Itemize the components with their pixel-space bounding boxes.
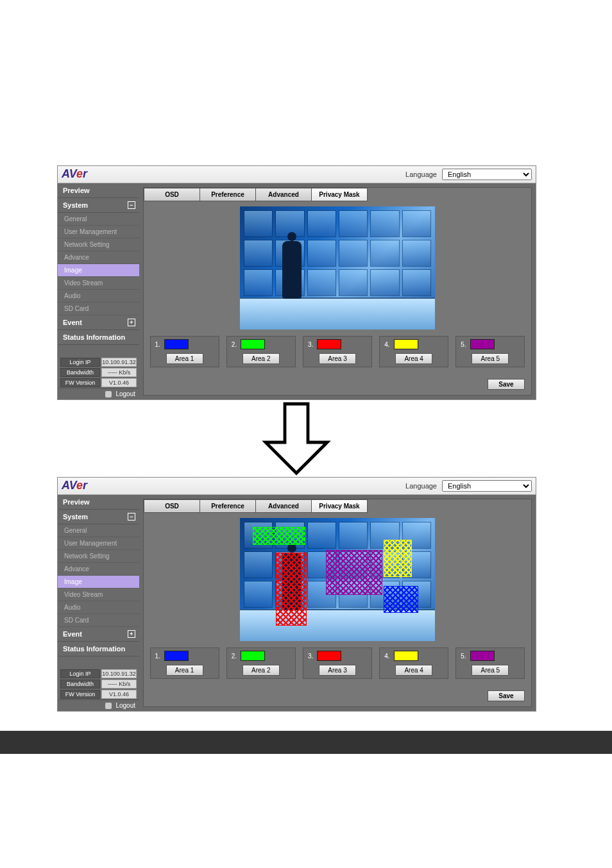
tab-privacy-mask[interactable]: Privacy Mask xyxy=(311,499,368,513)
plus-icon[interactable]: + xyxy=(128,319,135,326)
sidebar-system[interactable]: System − xyxy=(58,510,139,524)
area-cell-3: 3. Area 3 xyxy=(303,647,372,679)
svg-marker-0 xyxy=(266,404,327,473)
tab-advanced[interactable]: Advanced xyxy=(255,188,311,201)
tab-preference[interactable]: Preference xyxy=(200,499,255,513)
privacy-mask-3[interactable] xyxy=(326,550,382,595)
area-cell-1: 1. Area 1 xyxy=(150,647,219,679)
sidebar-item-user-management[interactable]: User Management xyxy=(58,226,139,238)
area-3-button[interactable]: Area 3 xyxy=(319,353,356,364)
sidebar-item-video-stream[interactable]: Video Stream xyxy=(58,588,139,601)
language-label: Language xyxy=(405,171,437,178)
area-5-button[interactable]: Area 5 xyxy=(472,665,509,676)
minus-icon[interactable]: − xyxy=(128,513,135,521)
sidebar-preview[interactable]: Preview xyxy=(58,183,139,198)
sidebar-event[interactable]: Event + xyxy=(58,627,139,642)
sidebar-item-image[interactable]: Image xyxy=(58,264,139,277)
area-3-button[interactable]: Area 3 xyxy=(319,665,356,676)
status-bandwidth: Bandwidth ----- Kb/s xyxy=(60,680,137,689)
logout-link[interactable]: Logout xyxy=(58,699,139,711)
tabs: OSD Preference Advanced Privacy Mask xyxy=(144,499,531,513)
tab-advanced[interactable]: Advanced xyxy=(255,499,311,513)
sidebar-item-network-setting[interactable]: Network Setting xyxy=(58,550,139,563)
app-window-before: AVer Language English Preview System − G… xyxy=(57,165,536,400)
privacy-mask-4[interactable] xyxy=(384,540,412,577)
privacy-mask-2[interactable] xyxy=(276,553,307,626)
save-button[interactable]: Save xyxy=(488,379,525,390)
swatch-2 xyxy=(241,651,265,661)
save-button[interactable]: Save xyxy=(488,690,525,701)
status-login-ip: Login IP 10.100.91.32 xyxy=(60,358,137,367)
sidebar-item-advance[interactable]: Advance xyxy=(58,251,139,264)
tab-osd[interactable]: OSD xyxy=(144,499,200,513)
area-5-button[interactable]: Area 5 xyxy=(472,353,509,364)
area-row: 1. Area 1 2. Area 2 3. Area 3 4. xyxy=(144,645,531,681)
language-select[interactable]: English xyxy=(442,480,532,492)
area-cell-4: 4. Area 4 xyxy=(379,336,448,367)
main-area: OSD Preference Advanced Privacy Mask xyxy=(139,495,536,711)
area-cell-3: 3. Area 3 xyxy=(303,336,372,367)
area-1-button[interactable]: Area 1 xyxy=(166,665,203,676)
desk xyxy=(240,609,435,641)
topbar: Language English xyxy=(58,478,536,495)
status-fw-version: FW Version V1.0.46 xyxy=(60,690,137,699)
language-label: Language xyxy=(405,482,437,490)
app-window-after: AVer Language English Preview System − G… xyxy=(57,477,536,712)
swatch-3 xyxy=(317,651,341,661)
sidebar-item-video-stream[interactable]: Video Stream xyxy=(58,277,139,290)
sidebar-preview[interactable]: Preview xyxy=(58,495,139,510)
video-preview[interactable] xyxy=(240,518,435,641)
sidebar-item-sd-card[interactable]: SD Card xyxy=(58,614,139,627)
swatch-1 xyxy=(164,651,189,661)
sidebar-item-general[interactable]: General xyxy=(58,213,139,226)
area-cell-4: 4. Area 4 xyxy=(379,647,448,679)
tab-privacy-mask[interactable]: Privacy Mask xyxy=(311,188,368,201)
tab-osd[interactable]: OSD xyxy=(144,188,200,201)
area-cell-1: 1. Area 1 xyxy=(150,336,219,367)
area-1-button[interactable]: Area 1 xyxy=(166,353,203,364)
swatch-4 xyxy=(394,651,418,661)
area-cell-5: 5. Area 5 xyxy=(455,336,525,367)
logo: AVer xyxy=(62,167,87,181)
logout-link[interactable]: Logout xyxy=(58,388,139,399)
topbar: Language English xyxy=(58,166,536,183)
sidebar-item-image[interactable]: Image xyxy=(58,576,139,588)
sidebar-item-network-setting[interactable]: Network Setting xyxy=(58,238,139,251)
desk xyxy=(240,297,435,330)
tabs: OSD Preference Advanced Privacy Mask xyxy=(144,188,531,201)
sidebar-item-audio[interactable]: Audio xyxy=(58,601,139,614)
sidebar-event[interactable]: Event + xyxy=(58,315,139,330)
sidebar-item-general[interactable]: General xyxy=(58,524,139,537)
swatch-2 xyxy=(241,339,265,349)
area-2-button[interactable]: Area 2 xyxy=(242,665,280,676)
sidebar-item-audio[interactable]: Audio xyxy=(58,290,139,303)
area-4-button[interactable]: Area 4 xyxy=(395,353,432,364)
video-preview[interactable] xyxy=(240,206,435,330)
main-area: OSD Preference Advanced Privacy Mask xyxy=(139,183,536,399)
swatch-1 xyxy=(164,339,189,349)
area-row: 1. Area 1 2. Area 2 3. Area 3 4. xyxy=(144,333,531,370)
area-2-button[interactable]: Area 2 xyxy=(242,353,280,364)
privacy-mask-5[interactable] xyxy=(384,586,418,613)
sidebar-item-sd-card[interactable]: SD Card xyxy=(58,303,139,315)
sidebar-system[interactable]: System − xyxy=(58,198,139,213)
status-fw-version: FW Version V1.0.46 xyxy=(60,378,137,387)
swatch-4 xyxy=(394,339,418,349)
down-arrow-icon xyxy=(57,400,535,477)
swatch-3 xyxy=(317,339,341,349)
person-silhouette xyxy=(282,241,302,299)
plus-icon[interactable]: + xyxy=(128,630,135,638)
sidebar: Preview System − General User Management… xyxy=(58,495,139,711)
language-select[interactable]: English xyxy=(442,169,532,180)
sidebar-item-user-management[interactable]: User Management xyxy=(58,537,139,550)
area-4-button[interactable]: Area 4 xyxy=(395,665,432,676)
sidebar-status-info[interactable]: Status Information xyxy=(58,642,139,656)
sidebar-status-info[interactable]: Status Information xyxy=(58,330,139,345)
privacy-mask-1[interactable] xyxy=(253,527,305,545)
minus-icon[interactable]: − xyxy=(128,201,135,209)
logo: AVer xyxy=(62,479,87,492)
sidebar-item-advance[interactable]: Advance xyxy=(58,563,139,576)
swatch-5 xyxy=(470,651,495,661)
tab-preference[interactable]: Preference xyxy=(200,188,255,201)
page-footer xyxy=(0,731,612,754)
